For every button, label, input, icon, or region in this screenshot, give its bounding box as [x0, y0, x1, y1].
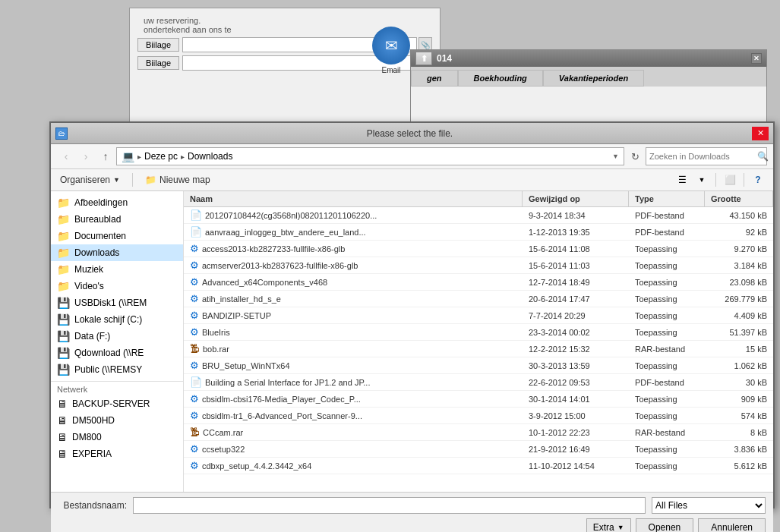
file-row[interactable]: ⚙ acmserver2013-kb2837623-fullfile-x86-g…	[184, 257, 773, 274]
file-size: 30 kB	[705, 374, 773, 390]
file-row[interactable]: 📄 aanvraag_inloggeg_btw_andere_eu_land..…	[184, 224, 773, 241]
file-size: 909 kB	[705, 391, 773, 407]
button-row: Extra ▼ Openen Annuleren	[58, 518, 766, 532]
filetype-select[interactable]: All Files	[652, 497, 766, 514]
dialog-close-btn[interactable]: ✕	[752, 127, 769, 140]
navigation-toolbar: ‹ › ↑ 💻 ▸ Deze pc ▸ Downloads ▼ ↻ 🔍	[51, 144, 773, 169]
header-date[interactable]: Gewijzigd op	[523, 191, 629, 206]
breadcrumb-bar[interactable]: 💻 ▸ Deze pc ▸ Downloads ▼	[116, 147, 624, 165]
sidebar: 📁Afbeeldingen📁Bureaublad📁Documenten📁Down…	[51, 191, 184, 492]
file-row[interactable]: ⚙ cbsidlm-cbsi176-Media_Player_Codec_P..…	[184, 391, 773, 408]
file-row[interactable]: ⚙ cbsidlm-tr1_6-Advanced_Port_Scanner-9.…	[184, 408, 773, 424]
file-name-text: atih_installer_hd_s_e	[202, 294, 281, 304]
open-btn[interactable]: Openen	[636, 518, 694, 532]
sidebar-item-label: Lokale schijf (C:)	[74, 314, 142, 325]
search-input[interactable]	[649, 152, 754, 161]
filename-input[interactable]	[133, 497, 646, 514]
file-rows: 📄 201207108442(cg3568nl)082011201106220.…	[184, 207, 773, 474]
sidebar-item-dm800[interactable]: 🖥DM800	[51, 429, 183, 445]
biilage-btn-2[interactable]: Biilage	[137, 56, 179, 70]
file-date: 15-6-2014 11:03	[523, 257, 629, 273]
sidebar-item-usbdisk1----rem[interactable]: 💾USBDisk1 (\\REM	[51, 294, 183, 311]
file-row[interactable]: ⚙ ccsetup322 21-9-2012 16:49 Toepassing …	[184, 441, 773, 458]
file-row[interactable]: 🗜 CCcam.rar 10-1-2012 22:23 RAR-bestand …	[184, 424, 773, 441]
bottom-area: Bestandsnaam: All Files Extra ▼ Openen A…	[51, 492, 773, 532]
bg-tab-boekhouding[interactable]: Boekhouding	[458, 70, 543, 87]
header-type[interactable]: Type	[629, 191, 705, 206]
sidebar-item-experia[interactable]: 🖥EXPERIA	[51, 445, 183, 462]
file-type-icon: 🗜	[190, 427, 200, 438]
bg-tab-vakantie[interactable]: Vakantieperioden	[543, 70, 644, 87]
sidebar-item-afbeeldingen[interactable]: 📁Afbeeldingen	[51, 194, 183, 211]
new-folder-btn[interactable]: 📁 Nieuwe map	[142, 173, 213, 187]
file-size: 3.836 kB	[705, 441, 773, 457]
file-name: 📄 201207108442(cg3568nl)082011201106220.…	[184, 207, 523, 223]
file-row[interactable]: ⚙ access2013-kb2827233-fullfile-x86-glb …	[184, 241, 773, 257]
sidebar-item-label: Documenten	[74, 231, 126, 241]
organize-toolbar: Organiseren ▼ 📁 Nieuwe map ☰ ▼ ⬜ ?	[51, 169, 773, 191]
sidebar-item-documenten[interactable]: 📁Documenten	[51, 228, 183, 244]
sidebar-item-public----remsy[interactable]: 💾Public (\\REMSY	[51, 361, 183, 378]
breadcrumb-dropdown-icon[interactable]: ▼	[612, 153, 619, 160]
file-name-text: CCcam.rar	[203, 428, 243, 437]
file-row[interactable]: ⚙ atih_installer_hd_s_e 20-6-2014 17:47 …	[184, 291, 773, 307]
sidebar-item-backup-server[interactable]: 🖥BACKUP-SERVER	[51, 395, 183, 412]
file-row[interactable]: ⚙ Advanced_x64Components_v468 12-7-2014 …	[184, 274, 773, 291]
file-name: 🗜 CCcam.rar	[184, 424, 523, 440]
folder-icon: 💾	[57, 330, 70, 342]
forward-btn[interactable]: ›	[77, 147, 95, 165]
file-row[interactable]: 🗜 bob.rar 12-2-2012 15:32 RAR-bestand 15…	[184, 341, 773, 357]
file-date: 30-3-2013 13:59	[523, 357, 629, 373]
sidebar-item-video-s[interactable]: 📁Video's	[51, 278, 183, 294]
file-row[interactable]: ⚙ BlueIris 23-3-2014 00:02 Toepassing 51…	[184, 324, 773, 341]
view-dropdown-btn[interactable]: ▼	[693, 172, 711, 188]
sidebar-item-lokale-schijf--c--[interactable]: 💾Lokale schijf (C:)	[51, 311, 183, 328]
file-row[interactable]: ⚙ BANDIZIP-SETUP 7-7-2014 20:29 Toepassi…	[184, 307, 773, 324]
file-name: ⚙ Advanced_x64Components_v468	[184, 274, 523, 290]
back-btn[interactable]: ‹	[57, 147, 75, 165]
file-type: RAR-bestand	[629, 424, 705, 440]
preview-btn[interactable]: ⬜	[721, 172, 739, 188]
file-name-text: cbsidlm-tr1_6-Advanced_Port_Scanner-9...	[202, 411, 362, 420]
bg-tab-gen[interactable]: gen	[411, 70, 458, 87]
file-date: 22-6-2012 09:53	[523, 374, 629, 390]
file-type: Toepassing	[629, 257, 705, 273]
search-bar[interactable]: 🔍	[646, 147, 767, 165]
extra-btn[interactable]: Extra ▼	[586, 518, 631, 532]
help-btn[interactable]: ?	[749, 172, 767, 188]
organize-btn[interactable]: Organiseren ▼	[57, 173, 123, 187]
folder-icon: 📁	[57, 230, 70, 242]
cancel-btn[interactable]: Annuleren	[698, 518, 766, 532]
sidebar-item-qdownload----re[interactable]: 💾Qdownload (\\RE	[51, 345, 183, 361]
file-type-icon: ⚙	[190, 293, 199, 304]
file-type: PDF-bestand	[629, 374, 705, 390]
sidebar-item-bureaublad[interactable]: 📁Bureaublad	[51, 211, 183, 228]
file-name: ⚙ BlueIris	[184, 324, 523, 340]
file-name-text: aanvraag_inloggeg_btw_andere_eu_land...	[205, 228, 366, 237]
sidebar-item-muziek[interactable]: 📁Muziek	[51, 261, 183, 278]
folder-icon: 📁	[57, 280, 70, 292]
file-size: 15 kB	[705, 341, 773, 357]
view-list-btn[interactable]: ☰	[673, 172, 691, 188]
header-name[interactable]: Naam	[184, 191, 523, 206]
header-size[interactable]: Grootte	[705, 191, 773, 206]
sidebar-item-downloads[interactable]: 📁Downloads	[51, 244, 183, 261]
file-type: Toepassing	[629, 391, 705, 407]
sidebar-item-label: Afbeeldingen	[74, 197, 128, 208]
bg-main-close[interactable]: ✕	[751, 53, 762, 64]
extra-label: Extra	[593, 522, 614, 532]
file-row[interactable]: ⚙ BRU_Setup_WinNTx64 30-3-2013 13:59 Toe…	[184, 357, 773, 374]
file-row[interactable]: ⚙ cdbxp_setup_4.4.2.3442_x64 11-10-2012 …	[184, 458, 773, 474]
file-row[interactable]: 📄 201207108442(cg3568nl)082011201106220.…	[184, 207, 773, 224]
breadcrumb-root: Deze pc	[144, 151, 178, 162]
refresh-btn[interactable]: ↻	[626, 147, 644, 165]
biilage-btn-1[interactable]: Biilage	[137, 38, 179, 52]
file-date: 7-7-2014 20:29	[523, 307, 629, 323]
bg-window2-title: 014	[437, 53, 452, 64]
sidebar-item-data--f--[interactable]: 💾Data (F:)	[51, 328, 183, 345]
filename-label: Bestandsnaam:	[58, 500, 127, 511]
up-btn[interactable]: ↑	[96, 147, 115, 165]
sidebar-item-dm500hd[interactable]: 🖥DM500HD	[51, 412, 183, 429]
file-row[interactable]: 📄 Building a Serial Interface for JP1.2 …	[184, 374, 773, 391]
file-date: 12-2-2012 15:32	[523, 341, 629, 357]
